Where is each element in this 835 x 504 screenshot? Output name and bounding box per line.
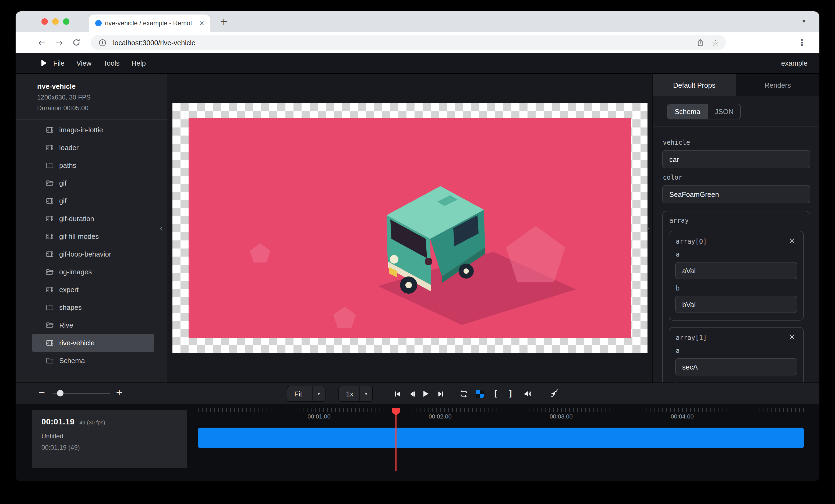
- sidebar-item-rive-vehicle[interactable]: rive-vehicle: [32, 334, 154, 352]
- tab-close-icon[interactable]: ×: [198, 19, 206, 27]
- project-name-label: example: [781, 59, 808, 67]
- right-panel-tabs: Default Props Renders: [653, 74, 819, 96]
- timeline-track[interactable]: [198, 427, 804, 448]
- url-text[interactable]: localhost:3000/rive-vehicle: [113, 39, 195, 46]
- array-section-label: array: [669, 217, 804, 224]
- browser-toolbar: ← → localhost:3000/rive-vehicle ☆ ⋮: [16, 32, 819, 53]
- composition-icon: [46, 214, 54, 223]
- menu-tools[interactable]: Tools: [97, 59, 126, 67]
- tab-search-chevron-icon[interactable]: ▾: [802, 18, 806, 25]
- reload-icon: [72, 38, 81, 47]
- sidebar-item-shapes[interactable]: shapes: [32, 298, 154, 316]
- color-input[interactable]: [662, 185, 810, 203]
- sidebar-item-gif-fill-modes[interactable]: gif-fill-modes: [32, 228, 154, 245]
- zoom-out-button[interactable]: −: [38, 387, 45, 398]
- transparency-toggle-button[interactable]: [473, 387, 486, 400]
- sidebar-item-gif[interactable]: gif: [32, 192, 154, 210]
- remove-array-item-0-icon[interactable]: ×: [787, 236, 797, 245]
- address-bar[interactable]: localhost:3000/rive-vehicle ☆: [91, 35, 726, 50]
- menu-file[interactable]: File: [47, 59, 70, 67]
- sidebar-item-gif-folder[interactable]: gif: [32, 174, 154, 192]
- vehicle-field-label: vehicle: [663, 139, 810, 146]
- browser-tab[interactable]: rive-vehicle / example - Remot ×: [89, 15, 210, 32]
- loop-toggle-button[interactable]: [457, 387, 470, 400]
- next-frame-button[interactable]: [434, 387, 447, 400]
- ruler-label: 00:04.00: [671, 413, 694, 420]
- playhead[interactable]: [395, 408, 396, 471]
- previous-frame-button[interactable]: [406, 387, 419, 400]
- compositions-sidebar: rive-vehicle 1200x630, 30 FPS Duration 0…: [16, 74, 167, 382]
- play-button[interactable]: [419, 387, 432, 400]
- remotion-logo-icon[interactable]: [39, 59, 47, 67]
- zoom-in-button[interactable]: +: [116, 387, 123, 398]
- sidebar-item-paths[interactable]: paths: [32, 156, 154, 174]
- tab-default-props[interactable]: Default Props: [653, 74, 736, 96]
- array-section: array array[0] × a b: [662, 211, 810, 382]
- volume-button[interactable]: [521, 387, 534, 400]
- forward-button[interactable]: →: [51, 35, 67, 50]
- array-0-a-label: a: [676, 251, 797, 258]
- collapse-right-panel-icon[interactable]: ›: [646, 224, 649, 232]
- props-editor: vehicle color array array[0] × a: [653, 127, 819, 382]
- traffic-light-zoom-button[interactable]: [63, 18, 69, 25]
- composition-icon: [46, 126, 54, 134]
- sidebar-item-gif-loop-behavior[interactable]: gif-loop-behavior: [32, 245, 154, 263]
- composition-icon: [46, 143, 54, 152]
- timeline-ruler[interactable]: [198, 408, 804, 412]
- back-button[interactable]: ←: [34, 35, 50, 50]
- speaker-icon: [524, 390, 532, 398]
- remove-array-item-1-icon[interactable]: ×: [787, 332, 797, 341]
- array-0-b-input[interactable]: [675, 296, 797, 313]
- playback-speed-select[interactable]: 1x ▾: [339, 386, 373, 402]
- browser-window: rive-vehicle / example - Remot × + ▾ ← →…: [16, 11, 819, 481]
- fit-select[interactable]: Fit ▾: [287, 386, 326, 402]
- bookmark-star-icon[interactable]: ☆: [712, 37, 719, 48]
- share-button[interactable]: [696, 39, 704, 46]
- jump-to-start-button[interactable]: [391, 387, 404, 400]
- array-0-a-input[interactable]: [675, 262, 797, 279]
- array-1-a-input[interactable]: [675, 358, 797, 375]
- sidebar-item-gif-duration[interactable]: gif-duration: [32, 210, 154, 228]
- reload-button[interactable]: [68, 35, 84, 50]
- collapse-sidebar-icon[interactable]: ‹: [160, 224, 163, 232]
- sidebar-item-schema[interactable]: Schema: [32, 352, 154, 370]
- array-item-0-label: array[0]: [676, 238, 707, 245]
- sidebar-item-image-in-lottie[interactable]: image-in-lottie: [32, 121, 154, 139]
- track-name[interactable]: Untitled: [41, 433, 178, 440]
- folder-open-icon: [46, 268, 54, 276]
- set-out-point-button[interactable]: ]: [504, 387, 517, 400]
- new-tab-button[interactable]: +: [217, 15, 231, 28]
- vehicle-input[interactable]: [662, 150, 810, 168]
- tab-favicon-icon: [95, 20, 102, 26]
- schema-json-toggle: Schema JSON: [667, 104, 741, 120]
- site-info-icon[interactable]: [99, 39, 106, 46]
- project-duration: Duration 00:05.00: [37, 104, 158, 112]
- sidebar-item-og-images[interactable]: og-images: [32, 263, 154, 281]
- menu-view[interactable]: View: [70, 59, 97, 67]
- traffic-light-close-button[interactable]: [41, 18, 48, 25]
- project-info: rive-vehicle 1200x630, 30 FPS Duration 0…: [16, 74, 167, 120]
- composition-canvas: [188, 118, 631, 338]
- sidebar-item-loader[interactable]: loader: [32, 139, 154, 156]
- composition-icon: [46, 285, 54, 294]
- sidebar-item-expert[interactable]: expert: [32, 281, 154, 298]
- vehicle-illustration: [188, 118, 631, 338]
- composition-icon: [46, 250, 54, 258]
- json-toggle-button[interactable]: JSON: [707, 104, 740, 119]
- set-in-point-button[interactable]: [: [489, 387, 502, 400]
- playback-controls-bar: − + Fit ▾ 1x ▾: [16, 382, 819, 404]
- browser-menu-icon[interactable]: ⋮: [797, 37, 807, 48]
- schema-toggle-button[interactable]: Schema: [668, 104, 707, 119]
- sidebar-item-rive[interactable]: Rive: [32, 316, 154, 334]
- render-button[interactable]: [548, 387, 561, 400]
- traffic-light-minimize-button[interactable]: [52, 18, 59, 25]
- tab-renders[interactable]: Renders: [736, 74, 819, 96]
- menu-help[interactable]: Help: [126, 59, 152, 67]
- browser-tab-strip: rive-vehicle / example - Remot × + ▾: [16, 11, 819, 32]
- ruler-label: 00:02.00: [429, 413, 452, 420]
- folder-open-icon: [46, 321, 54, 330]
- current-timecode: 00:01.19: [41, 417, 75, 426]
- folder-icon: [46, 161, 54, 170]
- playhead-handle[interactable]: [392, 408, 400, 416]
- zoom-slider-knob[interactable]: [57, 390, 63, 396]
